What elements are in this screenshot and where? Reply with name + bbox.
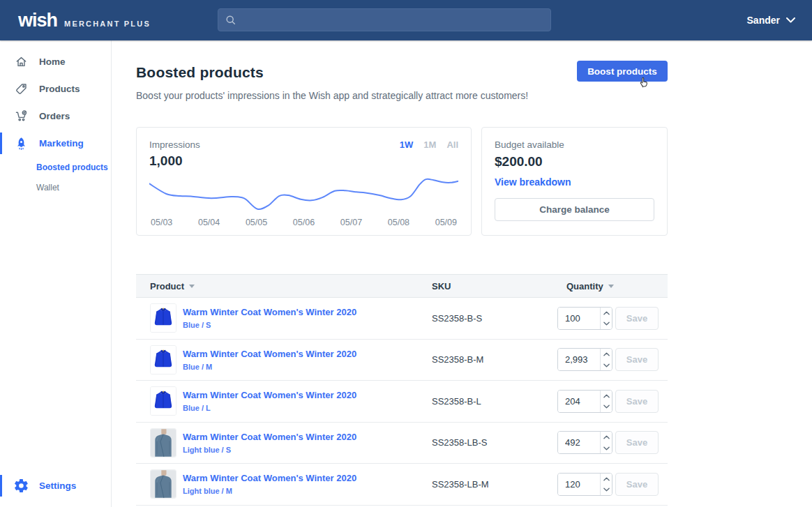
save-button[interactable]: Save (615, 348, 659, 371)
merchant-plus-label: MERCHANT PLUS (64, 20, 151, 28)
chevron-up-icon (603, 311, 610, 315)
top-navbar: wish MERCHANT PLUS Sander (0, 0, 812, 40)
gear-icon (15, 479, 28, 492)
tab-all[interactable]: All (446, 139, 458, 150)
impressions-label: Impressions (149, 139, 200, 150)
chevron-up-icon (603, 352, 610, 356)
quantity-increase-button[interactable] (601, 391, 612, 402)
quantity-increase-button[interactable] (601, 432, 612, 443)
impressions-card: Impressions 1W 1M All 1,000 (136, 127, 472, 236)
sidebar-item-marketing[interactable]: Marketing (0, 130, 111, 157)
product-name-link[interactable]: Warm Winter Coat Women's Winter 2020 (183, 432, 356, 442)
sort-caret-icon (189, 285, 195, 288)
x-tick: 05/09 (435, 218, 457, 227)
sidebar-item-label: Marketing (39, 138, 84, 149)
quantity-input[interactable] (558, 432, 600, 453)
save-button[interactable]: Save (615, 431, 659, 454)
charge-balance-button[interactable]: Charge balance (495, 198, 654, 221)
quantity-stepper[interactable] (557, 348, 612, 371)
sidebar-item-products[interactable]: Products (0, 75, 111, 103)
sidebar: Home Products Orders (0, 40, 112, 507)
product-name-link[interactable]: Warm Winter Coat Women's Winter 2020 (183, 307, 356, 317)
user-name: Sander (747, 15, 780, 26)
product-name-link[interactable]: Warm Winter Coat Women's Winter 2020 (183, 473, 356, 483)
wish-logo-text: wish (18, 10, 57, 31)
table-row: Warm Winter Coat Women's Winter 2020 Lig… (136, 464, 668, 506)
table-header: Product SKU Quantity (136, 274, 668, 298)
boost-products-button[interactable]: Boost products (577, 61, 668, 82)
sku-cell: SS2358-LB-S (432, 437, 557, 448)
main-content: Boosted products Boost your products' im… (112, 40, 812, 507)
sidebar-item-settings[interactable]: Settings (0, 472, 111, 499)
product-cell: Warm Winter Coat Women's Winter 2020 Lig… (150, 428, 432, 457)
chevron-up-icon (603, 477, 610, 481)
quantity-stepper[interactable] (557, 390, 612, 413)
products-table: Product SKU Quantity (136, 274, 668, 506)
product-name-link[interactable]: Warm Winter Coat Women's Winter 2020 (183, 390, 356, 400)
budget-label: Budget available (495, 139, 654, 150)
quantity-stepper[interactable] (557, 473, 612, 496)
wish-logo[interactable]: wish MERCHANT PLUS (18, 10, 151, 31)
sidebar-item-label: Orders (39, 111, 70, 121)
quantity-input[interactable] (558, 391, 600, 412)
sidebar-subitem-label: Wallet (36, 183, 59, 192)
quantity-input[interactable] (558, 474, 600, 495)
sidebar-item-home[interactable]: Home (0, 48, 111, 75)
chevron-down-icon (603, 363, 610, 368)
sidebar-subitem-label: Boosted products (36, 162, 108, 172)
tab-1w[interactable]: 1W (400, 139, 414, 150)
quantity-cell: Save (557, 307, 659, 330)
save-button[interactable]: Save (615, 390, 659, 413)
product-name-link[interactable]: Warm Winter Coat Women's Winter 2020 (183, 349, 356, 359)
table-row: Warm Winter Coat Women's Winter 2020 Lig… (136, 423, 668, 464)
quantity-input[interactable] (558, 308, 600, 329)
quantity-increase-button[interactable] (601, 474, 612, 485)
quantity-increase-button[interactable] (601, 349, 612, 360)
quantity-stepper[interactable] (557, 431, 612, 454)
product-variant: Blue / M (183, 363, 356, 371)
line-chart (149, 174, 458, 215)
save-button[interactable]: Save (615, 307, 659, 330)
quantity-decrease-button[interactable] (601, 360, 612, 371)
sidebar-subitem-boosted-products[interactable]: Boosted products (0, 157, 111, 177)
quantity-stepper[interactable] (557, 307, 612, 330)
sort-caret-icon (608, 285, 614, 288)
quantity-decrease-button[interactable] (601, 443, 612, 454)
sidebar-item-label: Products (39, 84, 80, 94)
sidebar-item-orders[interactable]: Orders (0, 103, 111, 130)
quantity-cell: Save (557, 473, 659, 496)
budget-card: Budget available $200.00 View breakdown … (481, 127, 668, 236)
save-button[interactable]: Save (615, 473, 659, 496)
chevron-up-icon (603, 435, 610, 439)
table-row: Warm Winter Coat Women's Winter 2020 Blu… (136, 340, 668, 381)
product-image[interactable] (150, 428, 176, 457)
search-bar[interactable] (218, 8, 551, 31)
product-image[interactable] (150, 469, 176, 499)
quantity-increase-button[interactable] (601, 308, 612, 319)
tab-1m[interactable]: 1M (423, 139, 436, 150)
view-breakdown-link[interactable]: View breakdown (495, 176, 654, 188)
quantity-decrease-button[interactable] (601, 484, 612, 495)
chevron-down-icon (603, 446, 610, 451)
quantity-decrease-button[interactable] (601, 318, 612, 329)
product-image[interactable] (150, 303, 176, 333)
column-header-quantity[interactable]: Quantity (557, 281, 658, 292)
x-tick: 05/07 (340, 218, 362, 227)
product-image[interactable] (150, 386, 176, 416)
sidebar-subitem-wallet[interactable]: Wallet (0, 177, 111, 197)
home-icon (15, 55, 28, 68)
x-tick: 05/04 (198, 218, 220, 227)
column-header-product[interactable]: Product (150, 281, 432, 292)
user-menu[interactable]: Sander (747, 0, 795, 40)
app-root: wish MERCHANT PLUS Sander Home (0, 0, 812, 507)
product-variant: Blue / S (183, 321, 356, 329)
x-tick: 05/06 (293, 218, 315, 227)
product-cell: Warm Winter Coat Women's Winter 2020 Lig… (150, 469, 432, 499)
quantity-input[interactable] (558, 349, 600, 370)
product-image[interactable] (150, 345, 176, 374)
chevron-down-icon (603, 404, 610, 409)
search-input[interactable] (241, 15, 543, 25)
chevron-down-icon (603, 487, 610, 492)
quantity-decrease-button[interactable] (601, 401, 612, 412)
quantity-cell: Save (557, 348, 659, 371)
